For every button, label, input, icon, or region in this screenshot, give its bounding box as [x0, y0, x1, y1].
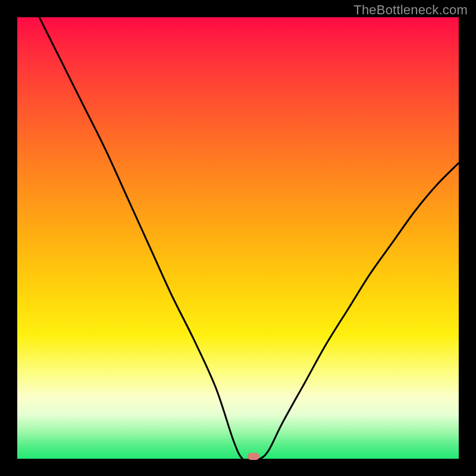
watermark-text: TheBottleneck.com	[353, 2, 468, 18]
bottleneck-curve	[17, 17, 459, 459]
optimal-marker	[248, 453, 259, 460]
plot-area	[17, 17, 459, 459]
chart-container: TheBottleneck.com	[0, 0, 476, 476]
